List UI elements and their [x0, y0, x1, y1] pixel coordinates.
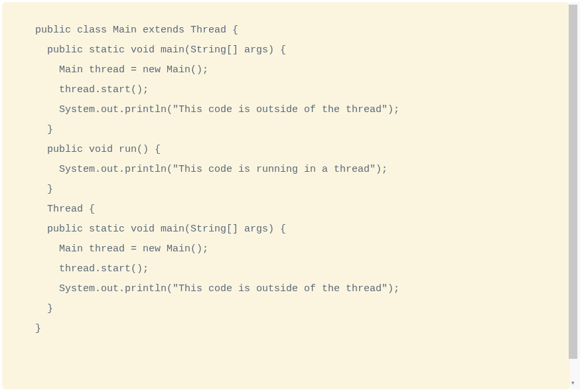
code-content: public class Main extends Thread { publi… [35, 25, 400, 334]
scrollbar-thumb[interactable] [569, 5, 577, 359]
scrollbar-arrow-down-icon[interactable]: ▾ [568, 377, 578, 387]
code-block: public class Main extends Thread { publi… [2, 2, 570, 389]
scrollbar-track[interactable]: ▴ ▾ [570, 2, 580, 389]
